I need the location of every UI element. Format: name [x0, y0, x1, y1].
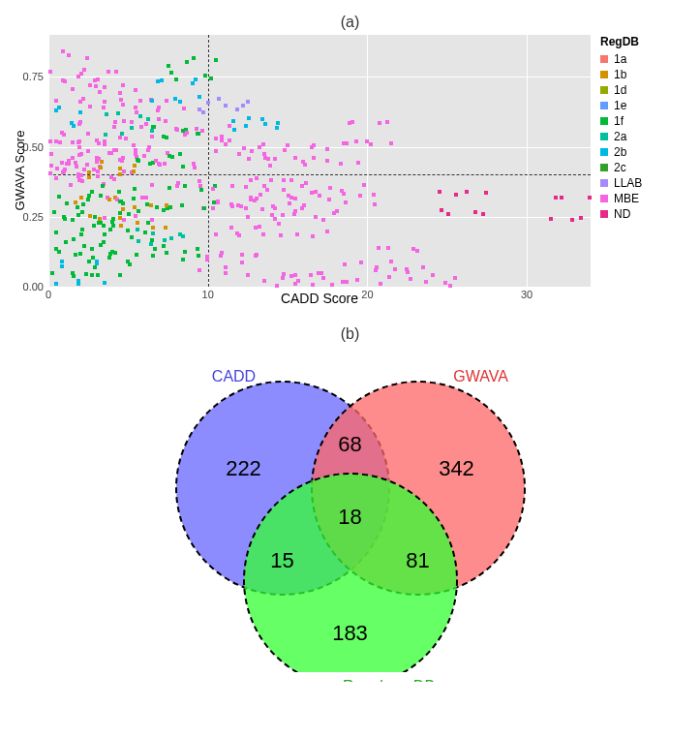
data-point [96, 174, 100, 178]
data-point [169, 236, 173, 240]
x-tick: 0 [46, 289, 51, 300]
data-point [81, 97, 85, 101]
legend-swatch [600, 86, 608, 94]
data-point [181, 258, 185, 261]
data-point [231, 119, 235, 123]
data-point [286, 143, 289, 147]
data-point [151, 125, 155, 129]
data-point [87, 260, 91, 263]
data-point [195, 127, 198, 131]
data-point [104, 133, 107, 137]
data-point [160, 78, 164, 82]
y-tick: 0.75 [23, 71, 44, 82]
data-point [175, 128, 179, 132]
data-point [71, 156, 75, 160]
legend-label: 1e [614, 99, 626, 112]
data-point [107, 198, 111, 201]
data-point [133, 187, 137, 191]
legend-label: 1a [614, 52, 626, 66]
data-point [64, 240, 68, 244]
data-point [212, 200, 216, 204]
data-point [273, 217, 277, 221]
data-point [301, 160, 305, 164]
data-point [200, 129, 204, 133]
data-point [217, 97, 221, 101]
data-point [57, 106, 61, 109]
data-point [149, 203, 153, 207]
data-point [341, 280, 345, 284]
legend-item: 1f [600, 114, 642, 128]
data-point [96, 169, 100, 173]
data-point [224, 104, 228, 108]
data-point [253, 199, 257, 202]
data-point [122, 119, 126, 123]
data-point [203, 74, 207, 77]
data-point [121, 83, 125, 87]
legend-swatch [600, 133, 608, 140]
data-point [88, 83, 92, 87]
data-point [118, 136, 122, 139]
data-point [282, 272, 286, 276]
legend-item: ND [600, 207, 642, 221]
data-point [178, 100, 182, 104]
data-point [79, 232, 83, 236]
data-point [122, 218, 126, 222]
data-point [78, 178, 82, 182]
data-point [130, 235, 134, 239]
data-point [55, 167, 59, 170]
data-point [373, 202, 377, 206]
data-point [282, 178, 286, 182]
data-point [454, 193, 458, 197]
data-point [60, 264, 64, 268]
data-point [211, 187, 215, 191]
data-point [389, 141, 393, 145]
data-point [421, 265, 425, 269]
data-point [63, 217, 67, 221]
data-point [157, 106, 161, 109]
data-point [198, 108, 201, 111]
data-point [270, 213, 274, 217]
data-point [90, 273, 94, 277]
data-point [281, 213, 285, 217]
data-point [196, 247, 199, 251]
data-point [118, 91, 122, 95]
data-point [424, 280, 428, 284]
legend-label: LLAB [614, 176, 642, 190]
data-point [102, 224, 106, 228]
data-point [146, 148, 150, 152]
data-point [484, 191, 488, 195]
data-point [250, 149, 254, 153]
data-point [119, 224, 123, 228]
data-point [344, 200, 348, 204]
data-point [263, 122, 267, 126]
legend-item: 2b [600, 145, 642, 159]
data-point [54, 139, 58, 143]
data-point [48, 139, 52, 143]
data-point [88, 214, 92, 218]
data-point [214, 232, 218, 236]
data-point [142, 154, 146, 158]
legend-label: 1d [614, 83, 626, 97]
data-point [82, 244, 86, 248]
data-point [119, 98, 123, 102]
legend-item: 1e [600, 99, 642, 112]
data-point [354, 139, 358, 143]
data-point [150, 99, 154, 103]
data-point [76, 140, 80, 144]
data-point [415, 249, 419, 253]
data-point [259, 193, 262, 197]
data-point [150, 238, 154, 242]
data-point [214, 149, 218, 153]
data-point [112, 148, 116, 152]
data-point [317, 271, 320, 275]
data-point [249, 178, 253, 182]
data-point [255, 253, 259, 257]
data-point [330, 283, 334, 287]
data-point [82, 168, 86, 171]
data-point [99, 194, 103, 198]
data-point [328, 186, 332, 190]
data-point [140, 196, 144, 200]
data-point [446, 212, 450, 216]
legend-label: MBE [614, 192, 639, 205]
data-point [99, 166, 103, 169]
